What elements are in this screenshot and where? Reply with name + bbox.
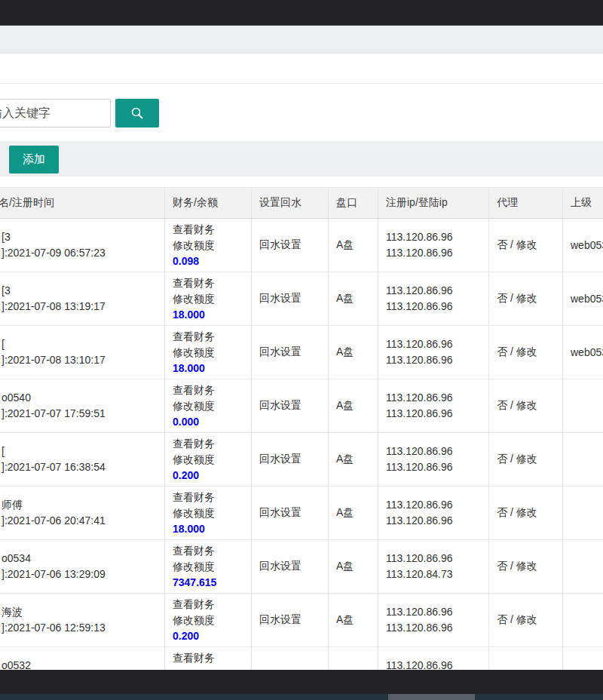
agent-modify-link[interactable]: 否 / 修改 bbox=[497, 560, 562, 573]
rebate-cell: 回水设置 bbox=[251, 594, 328, 646]
balance-amount: 0.098 bbox=[173, 253, 251, 269]
rebate-setting-link[interactable]: 回水设置 bbox=[259, 506, 328, 520]
header-parent: 上级 bbox=[562, 188, 603, 218]
parent-cell: web053 bbox=[562, 272, 603, 325]
login-ip: 113.120.86.96 bbox=[386, 459, 488, 475]
agent-modify-link[interactable]: 否 / 修改 bbox=[497, 453, 562, 466]
register-ip: 113.120.86.96 bbox=[386, 229, 488, 245]
modify-quota-link[interactable]: 修改额度 bbox=[173, 238, 251, 253]
username-fragment: [3 bbox=[2, 229, 164, 245]
register-time: ]:2021-07-06 13:29:09 bbox=[2, 566, 164, 582]
parent-cell: web053 bbox=[562, 219, 603, 272]
balance-amount: 0.200 bbox=[173, 628, 251, 644]
modify-quota-link[interactable]: 修改额度 bbox=[173, 505, 251, 521]
modify-quota-link[interactable]: 修改额度 bbox=[173, 612, 251, 628]
parent-cell bbox=[562, 594, 603, 646]
search-button[interactable] bbox=[115, 99, 159, 127]
table-row: [ ]:2021-07-08 13:10:17 查看财务 修改额度 18.000… bbox=[0, 326, 603, 379]
balance-amount: 18.000 bbox=[173, 307, 251, 323]
modify-quota-link[interactable]: 修改额度 bbox=[173, 559, 251, 575]
add-button[interactable]: 添加 bbox=[9, 146, 59, 173]
plate-cell: A盘 bbox=[328, 433, 378, 486]
register-time: ]:2021-07-08 13:19:17 bbox=[2, 299, 164, 315]
header-rebate: 设置回水 bbox=[251, 188, 328, 218]
view-finance-link[interactable]: 查看财务 bbox=[173, 275, 251, 291]
agent-modify-link[interactable]: 否 / 修改 bbox=[497, 399, 562, 413]
header-agent: 代理 bbox=[488, 188, 562, 218]
register-time: ]:2021-07-09 06:57:23 bbox=[2, 245, 164, 261]
view-finance-link[interactable]: 查看财务 bbox=[173, 543, 251, 559]
ip-cell: 113.120.86.96 113.120.86.96 bbox=[378, 433, 488, 486]
plate-cell: A盘 bbox=[328, 487, 378, 539]
register-ip: 113.120.86.96 bbox=[386, 551, 488, 566]
rebate-setting-link[interactable]: 回水设置 bbox=[259, 238, 328, 252]
users-table: 名/注册时间 财务/余额 设置回水 盘口 注册ip/登陆ip 代理 上级 [3 … bbox=[0, 187, 603, 670]
register-time: ]:2021-07-07 17:59:51 bbox=[2, 406, 164, 422]
agent-cell: 否 / 修改 bbox=[488, 326, 562, 379]
parent-cell bbox=[562, 487, 603, 539]
register-ip: 113.120.86.96 bbox=[386, 658, 488, 670]
rebate-setting-link[interactable]: 回水设置 bbox=[259, 399, 328, 413]
search-input[interactable] bbox=[0, 99, 111, 127]
modify-quota-link[interactable]: 修改额度 bbox=[173, 452, 251, 468]
top-navigation-bar bbox=[0, 0, 603, 26]
user-cell: [ ]:2021-07-07 16:38:54 bbox=[0, 433, 164, 486]
agent-modify-link[interactable]: 否 / 修改 bbox=[497, 345, 562, 359]
plate-value: A盘 bbox=[336, 453, 378, 466]
rebate-setting-link[interactable]: 回水设置 bbox=[259, 292, 328, 305]
ip-cell: 113.120.86.96 113.120.86.96 bbox=[378, 219, 488, 272]
user-cell: o0532 bbox=[0, 647, 164, 670]
username-fragment: o0534 bbox=[2, 551, 164, 566]
ip-cell: 113.120.86.96 113.120.84.73 bbox=[378, 540, 488, 593]
rebate-cell bbox=[251, 647, 328, 670]
rebate-cell: 回水设置 bbox=[251, 219, 328, 272]
header-ip: 注册ip/登陆ip bbox=[378, 188, 488, 218]
agent-cell: 否 / 修改 bbox=[488, 379, 562, 432]
rebate-cell: 回水设置 bbox=[251, 433, 328, 486]
modify-quota-link[interactable]: 修改额度 bbox=[173, 398, 251, 414]
finance-cell: 查看财务 修改额度 7347.615 bbox=[164, 540, 251, 593]
agent-modify-link[interactable]: 否 / 修改 bbox=[497, 613, 562, 627]
agent-modify-link[interactable]: 否 / 修改 bbox=[497, 292, 562, 305]
user-cell: [ ]:2021-07-08 13:10:17 bbox=[0, 326, 164, 379]
plate-cell: A盘 bbox=[328, 326, 378, 379]
scrollbar-thumb[interactable] bbox=[388, 694, 475, 700]
footer-bar bbox=[0, 670, 603, 694]
plate-cell: A盘 bbox=[328, 272, 378, 325]
username-fragment: [ bbox=[2, 336, 164, 352]
rebate-setting-link[interactable]: 回水设置 bbox=[259, 453, 328, 466]
view-finance-link[interactable]: 查看财务 bbox=[173, 650, 251, 666]
login-ip: 113.120.86.96 bbox=[386, 513, 488, 529]
rebate-cell: 回水设置 bbox=[251, 540, 328, 593]
rebate-cell: 回水设置 bbox=[251, 326, 328, 379]
plate-cell bbox=[328, 647, 378, 670]
rebate-setting-link[interactable]: 回水设置 bbox=[259, 613, 328, 627]
horizontal-scrollbar[interactable] bbox=[0, 694, 603, 700]
view-finance-link[interactable]: 查看财务 bbox=[173, 597, 251, 612]
modify-quota-link[interactable]: 修改额度 bbox=[173, 291, 251, 307]
page: 添加 名/注册时间 财务/余额 设置回水 盘口 注册ip/登陆ip 代理 上级 … bbox=[0, 0, 603, 700]
modify-quota-link[interactable]: 修改额度 bbox=[173, 345, 251, 361]
view-finance-link[interactable]: 查看财务 bbox=[173, 436, 251, 452]
rebate-setting-link[interactable]: 回水设置 bbox=[259, 560, 328, 573]
plate-value: A盘 bbox=[336, 238, 378, 252]
finance-cell: 查看财务 修改额度 0.000 bbox=[164, 379, 251, 432]
ip-cell: 113.120.86.96 113.120.86.96 bbox=[378, 594, 488, 646]
view-finance-link[interactable]: 查看财务 bbox=[173, 329, 251, 345]
balance-amount: 18.000 bbox=[173, 521, 251, 537]
rebate-cell: 回水设置 bbox=[251, 487, 328, 539]
view-finance-link[interactable]: 查看财务 bbox=[173, 222, 251, 238]
rebate-setting-link[interactable]: 回水设置 bbox=[259, 345, 328, 359]
ip-cell: 113.120.86.96 113.120.86.96 bbox=[378, 379, 488, 432]
agent-modify-link[interactable]: 否 / 修改 bbox=[497, 238, 562, 252]
agent-modify-link[interactable]: 否 / 修改 bbox=[497, 506, 562, 520]
register-ip: 113.120.86.96 bbox=[386, 283, 488, 299]
finance-cell: 查看财务 修改额度 18.000 bbox=[164, 272, 251, 325]
view-finance-link[interactable]: 查看财务 bbox=[173, 490, 251, 505]
action-toolbar: 添加 bbox=[0, 141, 603, 177]
table-row: [ ]:2021-07-07 16:38:54 查看财务 修改额度 0.200 … bbox=[0, 433, 603, 487]
view-finance-link[interactable]: 查看财务 bbox=[173, 382, 251, 398]
username-fragment: [3 bbox=[2, 283, 164, 299]
user-cell: 师傅 ]:2021-07-06 20:47:41 bbox=[0, 487, 164, 539]
register-ip: 113.120.86.96 bbox=[386, 604, 488, 620]
